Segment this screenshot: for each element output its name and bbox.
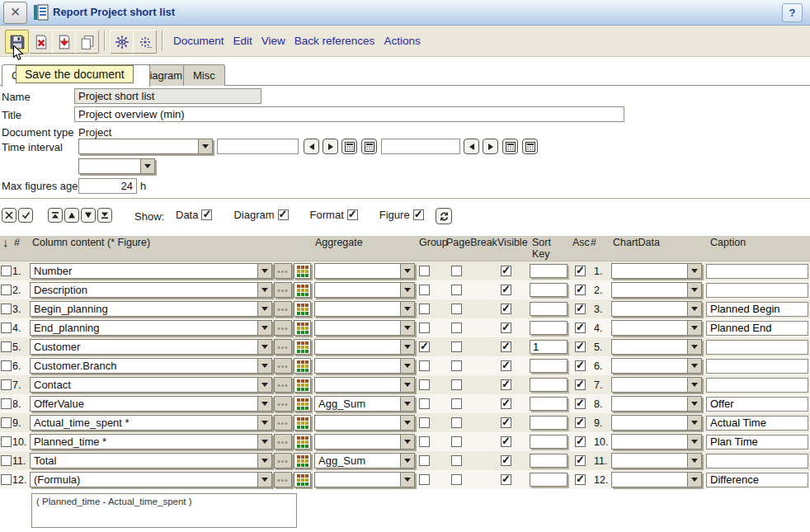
aggregate-select[interactable] bbox=[314, 472, 415, 487]
max-figures-age-input[interactable] bbox=[78, 178, 137, 194]
chartdata-select[interactable] bbox=[611, 396, 702, 412]
chevron-down-icon[interactable] bbox=[687, 340, 701, 354]
group-checkbox[interactable] bbox=[419, 455, 430, 466]
column-content-select[interactable]: Begin_planning bbox=[30, 301, 272, 317]
asc-checkbox[interactable] bbox=[575, 341, 586, 352]
row-select-checkbox[interactable] bbox=[1, 398, 12, 409]
asc-checkbox[interactable] bbox=[575, 417, 586, 428]
sort-key-input[interactable] bbox=[530, 378, 567, 392]
ellipsis-button[interactable] bbox=[274, 339, 292, 355]
row-select-checkbox[interactable] bbox=[1, 379, 12, 390]
row-select-checkbox[interactable] bbox=[1, 266, 12, 276]
format-colors-button[interactable] bbox=[294, 339, 311, 355]
format-colors-button[interactable] bbox=[294, 320, 311, 336]
chevron-down-icon[interactable] bbox=[400, 397, 414, 411]
chartdata-select[interactable] bbox=[611, 263, 702, 279]
format-colors-button[interactable] bbox=[294, 472, 311, 487]
aggregate-select[interactable] bbox=[314, 377, 415, 393]
calendar-button[interactable] bbox=[361, 139, 377, 154]
chevron-down-icon[interactable] bbox=[687, 416, 701, 430]
visible-checkbox[interactable] bbox=[501, 341, 511, 352]
ellipsis-button[interactable] bbox=[274, 358, 292, 374]
asc-checkbox[interactable] bbox=[575, 398, 586, 409]
aggregate-select[interactable]: Agg_Sum bbox=[314, 396, 415, 412]
pagebreak-checkbox[interactable] bbox=[451, 436, 462, 447]
sort-key-input[interactable] bbox=[530, 397, 567, 411]
sort-key-input[interactable] bbox=[530, 302, 567, 316]
chevron-down-icon[interactable] bbox=[257, 454, 271, 468]
chevron-down-icon[interactable] bbox=[257, 340, 271, 354]
visible-checkbox[interactable] bbox=[501, 398, 511, 409]
copy-document-button[interactable] bbox=[75, 30, 99, 54]
sort-key-input[interactable] bbox=[530, 283, 567, 297]
format-colors-button[interactable] bbox=[294, 263, 311, 279]
pagebreak-checkbox[interactable] bbox=[451, 474, 462, 485]
row-select-checkbox[interactable] bbox=[1, 474, 12, 485]
sort-column-icon[interactable]: ↓ bbox=[0, 236, 12, 261]
title-input[interactable] bbox=[74, 106, 624, 122]
chartdata-select[interactable] bbox=[611, 453, 702, 468]
visible-checkbox[interactable] bbox=[501, 322, 511, 333]
ellipsis-button[interactable] bbox=[274, 396, 292, 412]
group-checkbox[interactable] bbox=[419, 341, 430, 352]
chevron-down-icon[interactable] bbox=[257, 264, 271, 278]
chartdata-select[interactable] bbox=[611, 320, 702, 336]
chevron-down-icon[interactable] bbox=[400, 321, 414, 335]
menu-document[interactable]: Document bbox=[173, 35, 224, 47]
group-checkbox[interactable] bbox=[419, 379, 430, 390]
format-colors-button[interactable] bbox=[294, 301, 311, 317]
move-up-button[interactable] bbox=[64, 208, 79, 223]
move-down-button[interactable] bbox=[81, 208, 96, 223]
ellipsis-button[interactable] bbox=[274, 434, 292, 450]
asc-checkbox[interactable] bbox=[575, 436, 586, 447]
chevron-down-icon[interactable] bbox=[400, 378, 414, 392]
chevron-down-icon[interactable] bbox=[687, 378, 701, 392]
chevron-down-icon[interactable] bbox=[687, 302, 701, 316]
pagebreak-checkbox[interactable] bbox=[451, 417, 462, 428]
group-checkbox[interactable] bbox=[419, 398, 430, 409]
visible-checkbox[interactable] bbox=[501, 379, 511, 390]
row-select-checkbox[interactable] bbox=[1, 285, 12, 295]
chevron-down-icon[interactable] bbox=[400, 302, 414, 316]
chartdata-select[interactable] bbox=[611, 358, 702, 374]
group-checkbox[interactable] bbox=[419, 285, 430, 295]
pagebreak-checkbox[interactable] bbox=[451, 379, 462, 390]
chevron-down-icon[interactable] bbox=[400, 340, 414, 354]
group-checkbox[interactable] bbox=[419, 436, 430, 447]
column-content-select[interactable]: Planned_time * bbox=[30, 434, 272, 450]
display-document-options-button[interactable] bbox=[133, 30, 157, 54]
asc-checkbox[interactable] bbox=[575, 455, 586, 466]
visible-checkbox[interactable] bbox=[501, 455, 511, 466]
sort-key-input[interactable] bbox=[530, 264, 567, 278]
chevron-down-icon[interactable] bbox=[687, 454, 701, 468]
prev-date-button[interactable] bbox=[304, 139, 319, 154]
caption-input[interactable] bbox=[706, 416, 808, 431]
format-colors-button[interactable] bbox=[294, 282, 311, 298]
chevron-down-icon[interactable] bbox=[687, 321, 701, 335]
ellipsis-button[interactable] bbox=[274, 415, 292, 431]
group-checkbox[interactable] bbox=[419, 417, 430, 428]
sort-key-input[interactable] bbox=[530, 321, 567, 335]
pagebreak-checkbox[interactable] bbox=[451, 322, 462, 333]
aggregate-select[interactable] bbox=[314, 263, 415, 279]
caption-input[interactable] bbox=[706, 378, 808, 393]
caption-input[interactable] bbox=[706, 454, 808, 468]
chartdata-select[interactable] bbox=[611, 472, 702, 487]
chevron-down-icon[interactable] bbox=[257, 416, 271, 430]
asc-checkbox[interactable] bbox=[575, 379, 586, 390]
format-colors-button[interactable] bbox=[294, 377, 311, 393]
chevron-down-icon[interactable] bbox=[687, 264, 701, 278]
column-content-select[interactable]: Contact bbox=[30, 377, 272, 393]
ellipsis-button[interactable] bbox=[274, 377, 292, 393]
time-interval-select[interactable] bbox=[78, 139, 213, 154]
select-all-button[interactable] bbox=[18, 208, 33, 223]
format-colors-button[interactable] bbox=[294, 396, 311, 412]
menu-edit[interactable]: Edit bbox=[233, 35, 252, 47]
chevron-down-icon[interactable] bbox=[687, 473, 701, 487]
sort-key-input[interactable] bbox=[530, 359, 567, 373]
chevron-down-icon[interactable] bbox=[257, 435, 271, 449]
column-content-select[interactable]: Customer bbox=[30, 339, 272, 355]
ellipsis-button[interactable] bbox=[274, 472, 292, 487]
move-to-top-button[interactable] bbox=[48, 208, 63, 223]
sort-key-input[interactable] bbox=[530, 473, 567, 487]
